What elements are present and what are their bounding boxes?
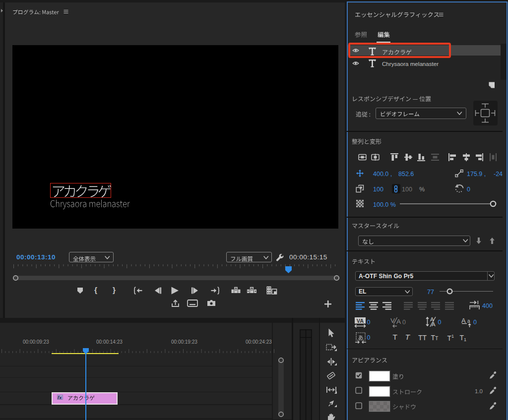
svg-text:a: a: [467, 318, 470, 324]
svg-text:A: A: [461, 317, 466, 324]
svg-text:VA: VA: [357, 318, 364, 324]
svg-text:A: A: [432, 321, 436, 327]
svg-text:A: A: [396, 318, 401, 325]
